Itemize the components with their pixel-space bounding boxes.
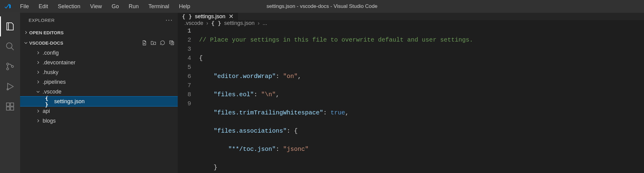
code-editor[interactable]: 123456789 // Place your settings in this… <box>178 26 644 173</box>
svg-rect-5 <box>6 103 10 106</box>
vscode-logo <box>0 3 15 10</box>
tree-item-label: api <box>43 108 50 114</box>
breadcrumb-folder[interactable]: .vscode <box>184 20 203 26</box>
tree-item-label: .config <box>43 50 59 56</box>
tab-label: settings.json <box>195 13 226 20</box>
activity-source-control-icon[interactable] <box>0 56 20 76</box>
svg-point-2 <box>7 68 9 70</box>
tree-folder[interactable]: blogs <box>20 116 178 126</box>
workspace-folder-label: VSCODE-DOCS <box>29 40 63 46</box>
code-comment: // Place your settings in this file to o… <box>199 36 473 43</box>
tree-folder[interactable]: .config <box>20 48 178 58</box>
activity-run-debug-icon[interactable] <box>0 76 20 97</box>
svg-rect-7 <box>10 107 14 110</box>
open-editors-section[interactable]: OPEN EDITORS <box>20 27 178 38</box>
code-content[interactable]: // Place your settings in this file to o… <box>199 26 644 173</box>
explorer-more-icon[interactable]: ··· <box>166 16 173 24</box>
workspace-folder-section[interactable]: VSCODE-DOCS <box>20 38 178 48</box>
chevron-right-icon <box>35 109 41 113</box>
svg-point-1 <box>7 63 9 65</box>
svg-point-0 <box>6 43 12 49</box>
chevron-right-icon <box>35 119 41 123</box>
tree-item-label: blogs <box>43 118 56 124</box>
activity-search-icon[interactable] <box>0 36 20 56</box>
window-title: settings.json - vscode-docs - Visual Stu… <box>267 3 377 9</box>
line-number: 2 <box>178 36 191 45</box>
tree-folder[interactable]: .vscode <box>20 87 178 97</box>
breadcrumb-ellipsis[interactable]: ... <box>263 20 267 26</box>
tree-item-label: .devcontainer <box>43 59 75 66</box>
breadcrumbs[interactable]: .vscode › { } settings.json › ... <box>178 20 644 26</box>
svg-rect-6 <box>6 107 10 110</box>
tree-item-label: .husky <box>43 69 58 76</box>
collapse-all-icon[interactable] <box>169 40 175 46</box>
refresh-icon[interactable] <box>159 40 166 46</box>
json-file-icon: { } <box>45 95 53 108</box>
menu-view[interactable]: View <box>85 0 107 13</box>
editor-area: { } settings.json ✕ .vscode › { } settin… <box>178 13 644 173</box>
line-number: 3 <box>178 45 191 54</box>
new-folder-icon[interactable] <box>150 40 156 46</box>
json-file-icon: { } <box>182 13 192 20</box>
tree-file[interactable]: { }settings.json <box>20 97 178 106</box>
titlebar: File Edit Selection View Go Run Terminal… <box>0 0 644 13</box>
line-number: 5 <box>178 63 191 72</box>
menu-edit[interactable]: Edit <box>34 0 53 13</box>
folder-actions <box>141 40 175 46</box>
tree-folder[interactable]: api <box>20 106 178 116</box>
file-tree: .config.devcontainer.husky.pipelines.vsc… <box>20 48 178 173</box>
line-number: 7 <box>178 81 191 90</box>
tree-folder[interactable]: .pipelines <box>20 77 178 87</box>
explorer-sidebar: EXPLORER ··· OPEN EDITORS VSCODE-DOCS <box>20 13 178 173</box>
line-gutter: 123456789 <box>178 26 199 173</box>
chevron-right-icon <box>35 60 41 65</box>
activity-bar <box>0 13 20 173</box>
line-number: 9 <box>178 99 191 108</box>
line-number: 8 <box>178 90 191 99</box>
menu-go[interactable]: Go <box>107 0 124 13</box>
chevron-right-icon <box>35 80 41 84</box>
chevron-right-icon: › <box>206 20 208 26</box>
menu-help[interactable]: Help <box>174 0 195 13</box>
explorer-title: EXPLORER <box>29 18 55 23</box>
json-file-icon: { } <box>211 20 221 26</box>
chevron-down-icon <box>23 41 29 45</box>
line-number: 6 <box>178 72 191 81</box>
explorer-header: EXPLORER ··· <box>20 13 178 27</box>
chevron-right-icon: › <box>258 20 260 26</box>
menu-run[interactable]: Run <box>124 0 144 13</box>
line-number: 4 <box>178 54 191 63</box>
tree-item-label: .vscode <box>43 89 61 95</box>
chevron-right-icon <box>35 51 41 55</box>
tree-folder[interactable]: .devcontainer <box>20 58 178 67</box>
menu-file[interactable]: File <box>15 0 34 13</box>
chevron-right-icon <box>23 30 29 35</box>
tree-item-label: .pipelines <box>43 79 66 85</box>
activity-extensions-icon[interactable] <box>0 97 20 117</box>
menu-terminal[interactable]: Terminal <box>144 0 174 13</box>
svg-rect-8 <box>10 103 14 106</box>
new-file-icon[interactable] <box>141 40 147 46</box>
line-number: 1 <box>178 26 191 36</box>
activity-explorer-icon[interactable] <box>0 16 20 36</box>
close-icon[interactable]: ✕ <box>229 13 234 20</box>
open-editors-label: OPEN EDITORS <box>29 30 64 35</box>
tree-item-label: settings.json <box>54 98 85 105</box>
menubar: File Edit Selection View Go Run Terminal… <box>15 0 195 13</box>
tab-settings-json[interactable]: { } settings.json ✕ <box>178 13 238 20</box>
menu-selection[interactable]: Selection <box>53 0 85 13</box>
tab-bar: { } settings.json ✕ <box>178 13 644 20</box>
chevron-down-icon <box>35 90 41 94</box>
chevron-right-icon <box>35 70 41 74</box>
tree-folder[interactable]: .husky <box>20 67 178 77</box>
breadcrumb-file[interactable]: settings.json <box>224 20 255 26</box>
